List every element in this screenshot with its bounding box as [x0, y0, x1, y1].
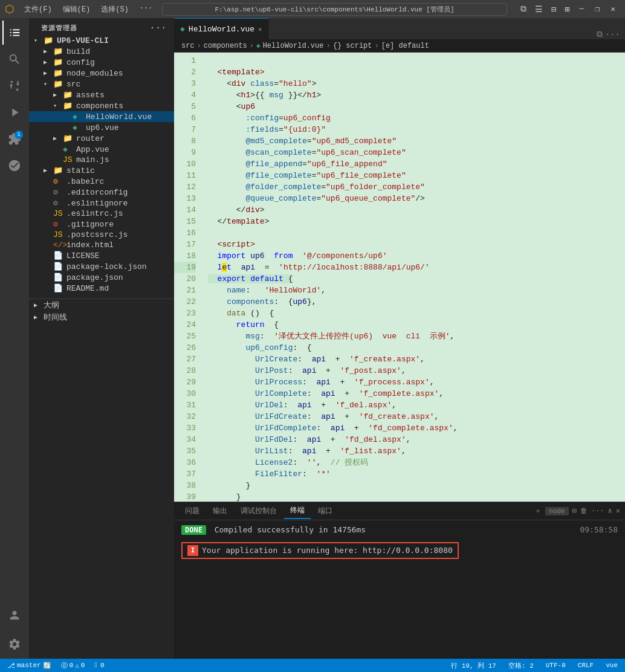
panel-tab-issues[interactable]: 问题 [179, 503, 206, 519]
bc-filename[interactable]: HelloWorld.vue [263, 42, 324, 50]
toggle-sidebar-icon[interactable]: ☰ [531, 3, 546, 16]
code-text[interactable]: <template> <div class="hello"> <h1>{{ ms… [203, 53, 625, 502]
content-area: ◈ HelloWorld.vue ✕ ⧉ ··· src › component… [174, 18, 625, 659]
sidebar-more-icon[interactable]: ··· [150, 23, 167, 33]
panel-tab-terminal[interactable]: 终端 [284, 503, 311, 519]
sidebar-item-license[interactable]: ▶ 📄 LICENSE [29, 250, 174, 261]
status-bar: ⎇ master 🔄 ⓪ 0 ⚠ 0 𝍿 0 行 19, 列 17 空格: 2 … [0, 659, 625, 672]
panel-split-icon[interactable]: ⊟ [572, 506, 577, 515]
activity-explorer[interactable] [2, 21, 27, 45]
sidebar-item-editorconfig[interactable]: ▶ ⚙ .editorconfig [29, 187, 174, 198]
status-cursor[interactable]: 行 19, 列 17 [449, 661, 499, 670]
router-label: router [76, 134, 174, 143]
sidebar-item-indexhtml[interactable]: ▶ </> index.html [29, 240, 174, 250]
sidebar-item-packagelockjson[interactable]: ▶ 📄 package-lock.json [29, 261, 174, 272]
panel-tab-output[interactable]: 输出 [207, 503, 233, 519]
sidebar-item-babelrc[interactable]: ▶ ⚙ .babelrc [29, 176, 174, 187]
bc-default[interactable]: [e] default [381, 42, 429, 50]
sidebar-item-postcssrcjs[interactable]: ▶ JS .postcssrc.js [29, 230, 174, 240]
panel-close-icon[interactable]: ✕ [616, 506, 620, 515]
activity-account[interactable] [2, 603, 27, 627]
minimize-button[interactable]: ─ [575, 3, 589, 16]
status-errors[interactable]: ⓪ 0 ⚠ 0 [59, 661, 88, 670]
sidebar-root[interactable]: ▾ 📁 UP6-VUE-CLI [29, 35, 174, 46]
menu-more[interactable]: ··· [135, 3, 158, 16]
sidebar-item-src[interactable]: ▾ 📁 src [29, 79, 174, 89]
bc-components[interactable]: components [204, 42, 247, 50]
sidebar-item-outline[interactable]: ▶ 大纲 [29, 299, 174, 311]
sidebar-item-packagejson[interactable]: ▶ 📄 package.json [29, 272, 174, 283]
status-line-ending[interactable]: CRLF [575, 662, 596, 669]
packagelockjson-icon: 📄 [53, 262, 64, 271]
tab-close-icon[interactable]: ✕ [258, 25, 262, 33]
outline-label: 大纲 [44, 300, 174, 311]
editorconfig-icon: ⚙ [53, 187, 64, 197]
activity-search[interactable] [2, 47, 27, 71]
status-language[interactable]: vue [603, 662, 620, 669]
sidebar-item-router[interactable]: ▶ 📁 router [29, 133, 174, 144]
gitignore-label: .gitignore [66, 220, 174, 229]
eslintrcjs-icon: JS [53, 209, 64, 218]
root-label: UP6-VUE-CLI [57, 36, 174, 45]
activity-extensions[interactable]: 1 [2, 127, 27, 151]
address-bar[interactable]: F:\asp.net\up6-vue-cli\src\components\He… [162, 3, 507, 16]
compile-status-line: DONE Compiled successfully in 14756ms 09… [181, 524, 618, 536]
split-right-icon[interactable]: ⧉ [597, 30, 603, 39]
sidebar-item-assets[interactable]: ▶ 📁 assets [29, 89, 174, 100]
static-label: static [66, 166, 174, 175]
assets-arrow: ▶ [53, 91, 63, 99]
sidebar-item-appvue[interactable]: ▶ ◈ App.vue [29, 144, 174, 155]
sidebar-item-readmemd[interactable]: ▶ 📄 README.md [29, 283, 174, 294]
toggle-panel-icon[interactable]: ⊟ [548, 3, 560, 16]
app-run-icon: I [187, 545, 198, 556]
activity-run[interactable] [2, 100, 27, 124]
terminal-content: DONE Compiled successfully in 14756ms 09… [174, 520, 625, 659]
activity-remote[interactable] [2, 153, 27, 178]
menu-edit[interactable]: 编辑(E) [58, 3, 96, 16]
panel-more-icon[interactable]: ··· [591, 507, 604, 515]
maximize-button[interactable]: ❐ [590, 3, 604, 16]
panel-node-label[interactable]: node [545, 507, 568, 515]
sidebar-item-up6vue[interactable]: ▶ ◈ up6.vue [29, 122, 174, 133]
status-branch[interactable]: ⎇ master 🔄 [5, 662, 54, 670]
sidebar-item-gitignore[interactable]: ▶ ⚙ .gitignore [29, 219, 174, 230]
code-editor[interactable]: 12345 678910 1112131415 1617181920 21222… [174, 53, 625, 502]
sidebar-item-components[interactable]: ▾ 📁 components [29, 100, 174, 111]
panel-trash-icon[interactable]: 🗑 [580, 506, 588, 515]
sidebar-item-helloworld[interactable]: ▶ ◈ HelloWorld.vue [29, 111, 174, 122]
tab-helloworld[interactable]: ◈ HelloWorld.vue ✕ [174, 18, 269, 39]
status-left: ⎇ master 🔄 ⓪ 0 ⚠ 0 𝍿 0 [5, 661, 107, 670]
sidebar-item-static[interactable]: ▶ 📁 static [29, 165, 174, 176]
activity-settings[interactable] [2, 632, 27, 656]
bc-src[interactable]: src [181, 42, 195, 50]
sidebar-item-config[interactable]: ▶ 📁 config [29, 57, 174, 68]
menu-bar: 文件(F) 编辑(E) 选择(S) ··· [19, 3, 157, 16]
warning-icon: ⚠ [75, 662, 79, 670]
status-info[interactable]: 𝍿 0 [92, 662, 106, 669]
activity-git[interactable] [2, 74, 27, 98]
tab-actions-more-icon[interactable]: ··· [605, 30, 620, 39]
panel-tab-ports[interactable]: 端口 [312, 503, 338, 519]
sidebar-item-mainjs[interactable]: ▶ JS main.js [29, 155, 174, 165]
bc-script[interactable]: {} script [333, 42, 372, 50]
close-button[interactable]: ✕ [606, 3, 620, 16]
panel-tab-debug[interactable]: 调试控制台 [235, 503, 283, 519]
menu-select[interactable]: 选择(S) [96, 3, 134, 16]
editorconfig-label: .editorconfig [66, 188, 174, 197]
split-editor-icon[interactable]: ⧉ [517, 3, 530, 16]
layout-icon[interactable]: ⊞ [561, 3, 573, 16]
menu-file[interactable]: 文件(F) [19, 3, 57, 16]
sidebar-item-build[interactable]: ▶ 📁 build [29, 46, 174, 57]
sidebar-item-eslintrcjs[interactable]: ▶ JS .eslintrc.js [29, 208, 174, 219]
sidebar-item-timeline[interactable]: ▶ 时间线 [29, 311, 174, 323]
sidebar-item-eslintignore[interactable]: ▶ ⚙ .eslintignore [29, 198, 174, 208]
sidebar-item-node-modules[interactable]: ▶ 📁 node_modules [29, 68, 174, 79]
compile-time: 09:58:58 [580, 524, 618, 536]
warning-count: 0 [81, 662, 85, 669]
panel-maximize-icon[interactable]: ∧ [608, 506, 612, 515]
bc-sep4: › [375, 42, 379, 50]
status-spaces[interactable]: 空格: 2 [506, 661, 536, 670]
status-encoding[interactable]: UTF-8 [543, 662, 568, 669]
panel-add-icon[interactable]: ＋ [534, 506, 542, 516]
app-running-line: I Your application is running here: http… [181, 540, 618, 559]
